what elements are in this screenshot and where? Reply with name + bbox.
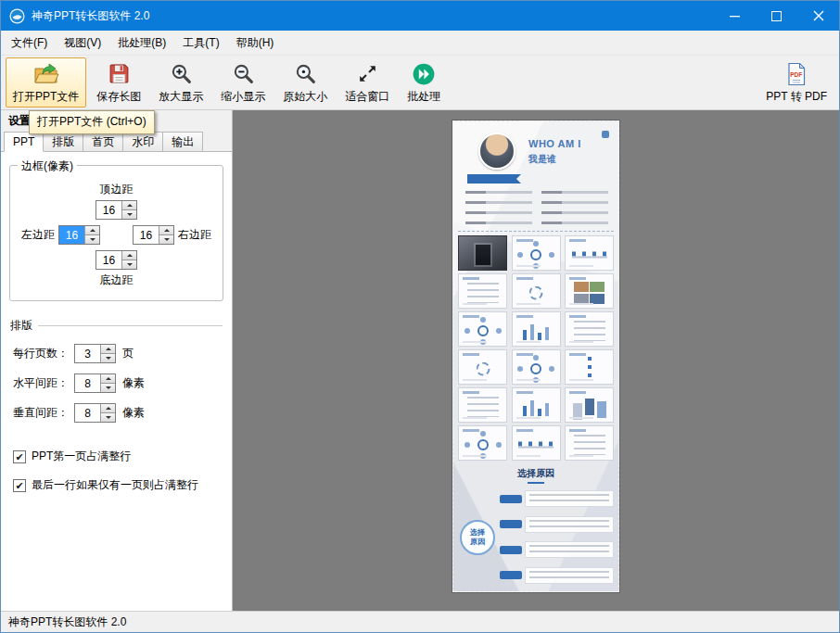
slide-art — [477, 325, 489, 336]
info-bar — [541, 201, 608, 204]
border-group-legend: 边框(像素) — [18, 158, 77, 174]
first-page-full-row-checkbox-row[interactable]: ✔PPT第一页占满整行 — [13, 449, 220, 464]
original-size-button-label: 原始大小 — [283, 89, 327, 105]
hero-subtitle: 我是谁 — [528, 153, 556, 166]
save-long-image-button[interactable]: 保存长图 — [89, 57, 148, 108]
spinner-down-button[interactable] — [85, 234, 99, 244]
zoom-out-button[interactable]: 缩小显示 — [213, 57, 273, 108]
last-row-full-checkbox-label: 最后一行如果仅有一页则占满整行 — [32, 477, 198, 493]
zoom-original-icon — [294, 61, 317, 87]
spinner-down-button[interactable] — [159, 234, 173, 244]
reason-circle: 选择原因 — [460, 520, 495, 555]
spinner-value[interactable]: 16 — [134, 226, 159, 244]
close-button[interactable] — [797, 1, 839, 31]
number-spinner: 8 — [74, 403, 116, 423]
spinner-value[interactable]: 16 — [96, 251, 121, 269]
slide-thumbnail — [458, 425, 507, 461]
slide-thumbnail — [565, 235, 614, 271]
reason-circle-label: 选择原因 — [467, 528, 488, 546]
spinner-down-button[interactable] — [101, 412, 115, 422]
reason-item — [500, 516, 614, 533]
tab-watermark[interactable]: 水印 — [122, 132, 163, 152]
spinner-down-button[interactable] — [101, 353, 115, 362]
spinner-down-button[interactable] — [122, 209, 136, 219]
slide-art — [477, 439, 489, 450]
slide-thumbnail — [565, 311, 614, 347]
fit-window-button-label: 适合窗口 — [345, 89, 389, 105]
window-title: 神奇PPT转长图软件 2.0 — [32, 8, 149, 24]
slide-art — [467, 397, 499, 417]
preview-area[interactable]: WHO AM I 我是谁 选择原因 选择原因 — [233, 110, 839, 611]
fit-window-icon — [356, 61, 379, 87]
spinner-value[interactable]: 16 — [96, 201, 121, 219]
number-spinner: 3 — [74, 344, 116, 363]
top-margin-label: 顶边距 — [100, 182, 134, 197]
reason-text-block — [525, 567, 614, 584]
menu-tools[interactable]: 工具(T) — [174, 31, 227, 56]
spinner-arrows — [121, 201, 136, 219]
zoom-in-button-label: 放大显示 — [159, 89, 203, 105]
ppt-to-pdf-button[interactable]: PDF PPT 转 PDF — [758, 57, 834, 108]
info-bar — [541, 191, 608, 194]
minimize-button[interactable] — [714, 1, 756, 31]
open-ppt-button[interactable]: 打开PPT文件 — [6, 57, 86, 108]
slide-thumbnail — [565, 273, 614, 309]
reason-text-block — [525, 541, 614, 558]
spinner-value[interactable]: 8 — [75, 404, 100, 422]
window-controls — [714, 1, 839, 31]
title-bar[interactable]: 神奇PPT转长图软件 2.0 — [1, 1, 839, 31]
app-icon — [9, 8, 25, 24]
pages-per-row-row: 每行页数：3页 — [13, 344, 220, 363]
spinner-up-button[interactable] — [85, 226, 99, 234]
maximize-button[interactable] — [756, 1, 797, 31]
spinner-up-button[interactable] — [101, 345, 115, 353]
tab-output[interactable]: 输出 — [162, 132, 203, 152]
last-row-full-checkbox[interactable]: ✔ — [13, 479, 26, 492]
slide-thumbnail — [512, 311, 561, 347]
spinner-value[interactable]: 3 — [75, 345, 100, 362]
preview-long-image[interactable]: WHO AM I 我是谁 选择原因 选择原因 — [452, 120, 619, 592]
spinner-up-button[interactable] — [159, 226, 173, 234]
fit-window-button[interactable]: 适合窗口 — [337, 57, 397, 108]
spinner-up-button[interactable] — [101, 404, 115, 412]
tab-ppt[interactable]: PPT — [4, 132, 44, 152]
border-group: 边框(像素) 顶边距 16 左边距 16 16 右边距 16 底边距 — [9, 165, 223, 301]
spinner-up-button[interactable] — [122, 251, 136, 260]
spinner-up-button[interactable] — [101, 374, 115, 383]
spinner-value[interactable]: 16 — [59, 226, 84, 244]
menu-file[interactable]: 文件(F) — [3, 31, 56, 56]
decorative-mark — [602, 131, 609, 138]
horizontal-spacing-unit: 像素 — [122, 375, 145, 391]
reason-label-pill — [500, 495, 522, 503]
toolbar-button-group: 打开PPT文件保存长图放大显示缩小显示原始大小适合窗口批处理 — [6, 57, 448, 108]
preview-grid — [458, 232, 614, 464]
spinner-value[interactable]: 8 — [75, 374, 100, 392]
slide-art — [467, 283, 499, 303]
spinner-down-button[interactable] — [122, 260, 136, 269]
slide-thumbnail — [512, 273, 561, 309]
slide-thumbnail — [458, 349, 507, 385]
batch-process-button[interactable]: 批处理 — [400, 57, 448, 108]
slide-art — [521, 398, 551, 416]
last-row-full-checkbox-row[interactable]: ✔最后一行如果仅有一页则占满整行 — [13, 477, 220, 493]
info-bar — [541, 222, 608, 224]
spinner-down-button[interactable] — [101, 383, 115, 392]
settings-content: 边框(像素) 顶边距 16 左边距 16 16 右边距 16 底边距 排版 — [1, 151, 232, 611]
horizontal-spacing-label: 水平间距： — [13, 375, 74, 391]
layout-section-title: 排版 — [10, 318, 32, 334]
menu-view[interactable]: 视图(V) — [56, 31, 109, 56]
tab-homepage[interactable]: 首页 — [83, 132, 123, 152]
first-page-full-row-checkbox[interactable]: ✔ — [13, 450, 26, 463]
original-size-button[interactable]: 原始大小 — [275, 57, 335, 108]
slide-art — [574, 435, 605, 455]
zoom-in-button[interactable]: 放大显示 — [151, 57, 210, 108]
spinner-up-button[interactable] — [122, 201, 136, 209]
menu-help[interactable]: 帮助(H) — [228, 31, 283, 56]
preview-hero-slide: WHO AM I 我是谁 — [458, 126, 614, 232]
spinner-arrows — [100, 404, 115, 422]
zoom-out-button-label: 缩小显示 — [221, 89, 265, 105]
tab-layout[interactable]: 排版 — [43, 132, 83, 152]
layout-rows: 每行页数：3页水平间距：8像素垂直间距：8像素 — [6, 344, 226, 423]
preview-footer-slide: 选择原因 选择原因 — [458, 464, 614, 587]
menu-batch[interactable]: 批处理(B) — [109, 31, 174, 56]
